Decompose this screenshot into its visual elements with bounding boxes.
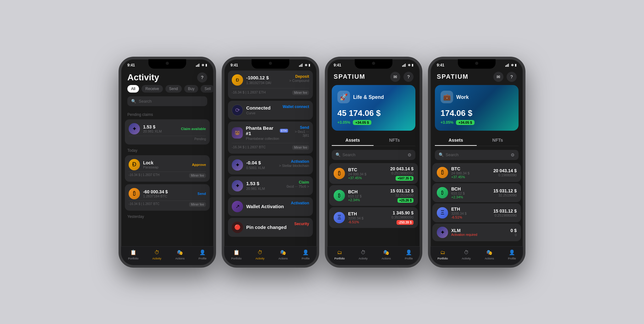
filter-send[interactable]: Send	[165, 85, 182, 93]
activity-item-xlm[interactable]: ✦ 1.53 $ 20.981 XLM Claim available Pend…	[125, 119, 210, 145]
tab-portfolio-1[interactable]: 📋 Portfolio	[128, 249, 138, 260]
eth-amount-3: 0.3519880090	[391, 215, 414, 219]
svg-rect-3	[199, 64, 199, 67]
asset-search-4[interactable]: 🔍 Search ⚙	[435, 150, 519, 160]
xlm-arrow-3: 0xcd ··· 75c6 >	[286, 185, 309, 188]
tab-profile-label-4: Profile	[508, 257, 516, 260]
detail-xlm-claim[interactable]: ✦ 1.53 $ 20.981 XLM Claim 0xcd ··· 75c6 …	[228, 176, 313, 195]
eth-change-4: -6.51%	[451, 215, 490, 219]
svg-rect-12	[505, 65, 506, 67]
eth-value-4: 15 031.12 $	[493, 208, 517, 213]
asset-search-3[interactable]: 🔍 Search ⚙	[332, 150, 415, 160]
asset-xlm-4[interactable]: ✦ XLM Activation required 0 $ 0	[432, 224, 521, 241]
filter-all[interactable]: All	[127, 85, 139, 93]
tab-activity-3[interactable]: ⏱ Activity	[359, 249, 368, 260]
btc-icon-4: ₿	[437, 167, 448, 178]
status-icons-3: ⊛ ▮	[402, 63, 414, 67]
tab-assets-4[interactable]: Assets	[435, 135, 477, 146]
svg-rect-5	[300, 65, 301, 67]
tab-profile-label-2: Profile	[302, 257, 310, 260]
tab-portfolio-3[interactable]: 🗂 Portfolio	[334, 249, 345, 260]
svg-rect-1	[197, 65, 197, 67]
bch-badge-3: +25.26 $	[397, 198, 414, 203]
portfolio-icon-1: 📋	[130, 249, 137, 256]
phanta-name: Phanta Bear #1	[246, 125, 279, 136]
phanta-fee: -16.34 $ | 1.2837 BTC	[232, 145, 266, 150]
tab-actions-label-3: Actions	[381, 257, 391, 260]
filter-icon-3[interactable]: ⚙	[408, 152, 412, 157]
tab-profile-1[interactable]: 👤 Profile	[198, 249, 207, 260]
lock-name: Lock	[143, 160, 158, 165]
tab-profile-4[interactable]: 👤 Profile	[508, 249, 516, 260]
tab-profile-2[interactable]: 👤 Profile	[302, 249, 310, 260]
asset-btc-3[interactable]: ₿ BTC 24 000.34 $ +37.45% 20 043.14 $ 0.…	[329, 163, 418, 184]
filter-icon-4[interactable]: ⚙	[511, 152, 515, 157]
tab-nfts-4[interactable]: NFTs	[477, 135, 519, 146]
actions-icon-3: 🎭	[383, 249, 390, 256]
tab-actions-1[interactable]: 🎭 Actions	[175, 249, 185, 260]
life-card[interactable]: 🚀 Life & Spend 45 174.06 $ +3.05% +34.05…	[332, 85, 415, 131]
tab-portfolio-2[interactable]: 📋 Portfolio	[231, 249, 242, 260]
xlm-right-4: 0 $ 0	[511, 228, 517, 237]
profile-icon-3: 👤	[405, 249, 412, 256]
asset-bch-3[interactable]: ₿ BCH 610.12 $ +2.34% 15 031.12 $ 32.251…	[329, 185, 418, 206]
search-bar-1[interactable]: 🔍 Search	[127, 96, 207, 106]
btc-sub-1: 1.2837184 BTC	[143, 194, 168, 198]
btc-right-4: 20 043.14 $ 0.19880090	[493, 168, 517, 177]
actions-icon-2: 🎭	[280, 249, 286, 256]
bch-name-3: BCH	[348, 189, 387, 194]
btc-info-4: BTC 24 000.34 $ +37.45%	[451, 166, 490, 179]
filter-sell[interactable]: Sell	[201, 85, 214, 93]
asset-bch-4[interactable]: ₿ BCH 610.12 $ +2.34% 15 031.12 $ 32.251…	[432, 183, 521, 202]
svg-rect-11	[405, 64, 406, 67]
tab-nfts-3[interactable]: NFTs	[374, 135, 415, 146]
tab-bar-3: 🗂 Portfolio ⏱ Activity 🎭 Actions 👤 Profi…	[327, 246, 420, 265]
search-icon-4: 🔍	[439, 152, 444, 157]
eth-value-3: 1 345.90 $	[391, 210, 414, 215]
detail-curve[interactable]: ⟳ Connected Curve Wallet connect	[228, 101, 313, 120]
tab-assets-3[interactable]: Assets	[332, 135, 374, 146]
phanta-fee-badge: Miner fee	[292, 145, 309, 150]
phone2-screen: Ð -1000.12 $ 1.38192734 DAI Deposit > Co…	[224, 69, 317, 265]
svg-rect-8	[402, 65, 403, 67]
tab-activity-4[interactable]: ⏱ Activity	[462, 249, 471, 260]
detail-dai[interactable]: Ð -1000.12 $ 1.38192734 DAI Deposit > Co…	[228, 71, 313, 99]
activity-help-icon[interactable]: ?	[197, 72, 207, 82]
help-icon-3[interactable]: ?	[403, 72, 414, 82]
filter-receive[interactable]: Receive	[142, 85, 163, 93]
detail-pin[interactable]: 🔴 Pin code changed Security	[228, 218, 313, 237]
btc-fee-1: -16.34 $ | 1.2837 BTC	[129, 202, 159, 207]
eth-name-4: ETH	[451, 207, 490, 212]
detail-xlm-activation[interactable]: ✦ -0.04 $ 0.5001 XLM Activation > Stella…	[228, 156, 313, 174]
tab-portfolio-label-3: Portfolio	[334, 257, 345, 260]
help-icon-4[interactable]: ?	[507, 72, 517, 82]
eth-badge-3: -250.39 $	[397, 220, 414, 225]
work-card[interactable]: 💼 Work 174.06 $ +3.05% +34.05 $	[435, 85, 519, 131]
mail-icon-3[interactable]: ✉	[390, 72, 400, 82]
actions-icon-1: 🎭	[176, 249, 183, 256]
tab-actions-4[interactable]: 🎭 Actions	[485, 249, 494, 260]
tab-portfolio-4[interactable]: 🗂 Portfolio	[437, 249, 448, 260]
activity-item-btc[interactable]: ₿ -60 000.34 $ 1.2837184 BTC Send -16.34…	[125, 184, 210, 211]
detail-wallet-activation[interactable]: ↗ Wallet Activation Activation	[228, 197, 313, 216]
tab-actions-2[interactable]: 🎭 Actions	[278, 249, 288, 260]
eth-amount-4: 0.2519880090	[493, 213, 517, 217]
detail-phanta[interactable]: 🐻 Phanta Bear #1 ETH Phantabear collecti…	[228, 122, 313, 154]
filter-buy[interactable]: Buy	[184, 85, 198, 93]
bch-info-4: BCH 610.12 $ +2.34%	[451, 186, 490, 199]
tab-activity-2[interactable]: ⏱ Activity	[256, 249, 265, 260]
asset-eth-4[interactable]: Ξ ETH 3200.34 $ -6.51% 15 031.12 $ 0.251…	[432, 203, 521, 222]
phone4-screen: SPATIUM ✉ ? 💼 Work 174.06 $ +3.05% +34.0…	[430, 69, 523, 265]
xlm-icon-2: ✦	[232, 159, 243, 171]
activity-icon-tab-3: ⏱	[360, 249, 367, 256]
btc-value-4: 20 043.14 $	[493, 168, 517, 173]
asset-eth-3[interactable]: Ξ ETH 3200.34 $ -6.51% 1 345.90 $ 0.3519…	[329, 207, 418, 228]
life-change-row: +3.05% +34.05 $	[337, 120, 410, 125]
tab-profile-3[interactable]: 👤 Profile	[405, 249, 413, 260]
mail-icon-4[interactable]: ✉	[493, 72, 503, 82]
activity-item-lock[interactable]: Ð Lock Paraswap Approve -16.34 $ | 1.283…	[125, 155, 210, 182]
asset-btc-4[interactable]: ₿ BTC 24 000.34 $ +37.45% 20 043.14 $ 0.…	[432, 163, 521, 182]
section-yesterday: Yesterday	[121, 213, 214, 221]
tab-actions-3[interactable]: 🎭 Actions	[381, 249, 391, 260]
tab-activity-1[interactable]: ⏱ Activity	[153, 249, 162, 260]
